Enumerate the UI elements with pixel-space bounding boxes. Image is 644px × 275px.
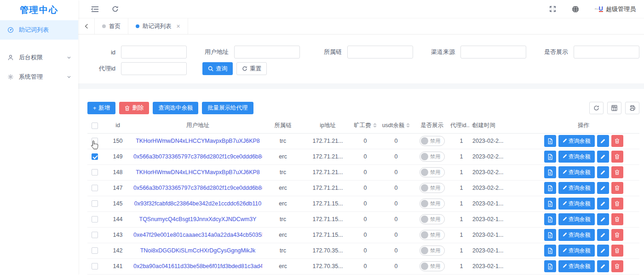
- detail-button[interactable]: [544, 245, 556, 257]
- display-toggle[interactable]: 禁用: [420, 152, 445, 162]
- display-toggle[interactable]: 禁用: [420, 230, 445, 240]
- batch-show-to-agent-button[interactable]: 批量展示给代理: [202, 102, 253, 114]
- detail-button[interactable]: [544, 213, 556, 225]
- query-balance-button[interactable]: 查询余额: [558, 213, 595, 225]
- delete-button[interactable]: 删除: [119, 102, 149, 114]
- cell-address-link[interactable]: 0x93f32fcabfd8c23864be342d2e1ccddc626db1…: [134, 200, 261, 207]
- row-checkbox[interactable]: [92, 263, 98, 269]
- cell-address-link[interactable]: 0x2ba90ac041611d33be58be6f01fd3bded81c3a…: [133, 263, 262, 269]
- display-toggle[interactable]: 禁用: [420, 261, 445, 271]
- language-globe-icon[interactable]: [572, 6, 579, 13]
- user-address-input[interactable]: [234, 46, 300, 59]
- agent-id-input[interactable]: [121, 62, 187, 75]
- row-checkbox[interactable]: [92, 169, 98, 176]
- select-all-checkbox[interactable]: [92, 123, 98, 129]
- detail-button[interactable]: [544, 198, 556, 210]
- query-selected-balance-button[interactable]: 查询选中余额: [153, 102, 198, 114]
- edit-button[interactable]: [597, 151, 609, 163]
- cell-address-link[interactable]: 0x566a3b0733365797c3786d2802f1c9ce0ddd6b…: [133, 153, 262, 160]
- row-checkbox[interactable]: [92, 153, 98, 160]
- query-balance-button[interactable]: 查询余额: [558, 229, 595, 241]
- sidebar-item-mnemonic-list[interactable]: 助记词列表: [0, 20, 78, 40]
- query-balance-button[interactable]: 查询余额: [558, 182, 595, 194]
- query-balance-button[interactable]: 查询余额: [558, 260, 595, 272]
- detail-button[interactable]: [544, 182, 556, 194]
- query-balance-button[interactable]: 查询余额: [558, 198, 595, 210]
- toggle-label: 禁用: [430, 153, 441, 160]
- row-checkbox[interactable]: [92, 138, 98, 144]
- filter-field-id: id: [81, 46, 194, 59]
- pencil-icon: [563, 247, 567, 254]
- query-balance-button[interactable]: 查询余额: [558, 135, 595, 147]
- sort-icon[interactable]: [373, 123, 377, 128]
- detail-button[interactable]: [544, 229, 556, 241]
- tab-mnemonic-list[interactable]: 助记词列表 ×: [128, 18, 188, 34]
- cell-address-link[interactable]: 0xe47f29e001e801caaaec314a0a22da434cb503…: [133, 232, 262, 238]
- cell-address-link[interactable]: TKHorHWmwDN4xLHCCYMavpxBpB7uXJ6KP8: [136, 169, 260, 176]
- row-checkbox[interactable]: [92, 232, 98, 238]
- tab-home[interactable]: 首页: [95, 18, 128, 34]
- add-button[interactable]: + 新增: [87, 102, 115, 114]
- pencil-icon: [563, 263, 567, 269]
- row-checkbox[interactable]: [92, 200, 98, 207]
- print-button[interactable]: [625, 102, 639, 114]
- row-checkbox[interactable]: [92, 185, 98, 191]
- row-delete-button[interactable]: [611, 245, 623, 257]
- sort-icon[interactable]: [406, 123, 410, 128]
- display-toggle[interactable]: 禁用: [420, 167, 445, 177]
- fullscreen-icon[interactable]: [549, 6, 556, 12]
- tabs-back-button[interactable]: [78, 18, 95, 34]
- reset-button[interactable]: 重置: [236, 62, 267, 75]
- table-refresh-button[interactable]: [589, 102, 604, 114]
- cell-address-link[interactable]: TKHorHWmwDN4xLHCCYMavpxBpB7uXJ6KP8: [136, 138, 260, 144]
- detail-button[interactable]: [544, 260, 556, 272]
- query-balance-button[interactable]: 查询余额: [558, 166, 595, 178]
- is-displayed-input[interactable]: [574, 46, 639, 59]
- row-delete-button[interactable]: [611, 229, 623, 241]
- row-delete-button[interactable]: [611, 260, 623, 272]
- tab-close-icon[interactable]: ×: [177, 23, 180, 29]
- cell-address-link[interactable]: TQSnumycQ4cBsgt19JnnxXdcyXJNDCwm3Y: [139, 216, 257, 222]
- detail-button[interactable]: [544, 135, 556, 147]
- pencil-icon: [563, 169, 567, 176]
- chain-input[interactable]: [347, 46, 413, 59]
- row-delete-button[interactable]: [611, 166, 623, 178]
- query-balance-button[interactable]: 查询余额: [558, 151, 595, 163]
- sidebar-item-backend-permissions[interactable]: 后台权限: [0, 48, 78, 67]
- refresh-icon[interactable]: [112, 6, 119, 12]
- collapse-menu-icon[interactable]: [91, 6, 99, 12]
- display-toggle[interactable]: 禁用: [420, 183, 445, 193]
- sidebar-item-system-management[interactable]: 系统管理: [0, 67, 78, 87]
- edit-button[interactable]: [597, 182, 609, 194]
- edit-button[interactable]: [597, 198, 609, 210]
- detail-button[interactable]: [544, 151, 556, 163]
- id-input[interactable]: [121, 46, 187, 59]
- edit-button[interactable]: [597, 166, 609, 178]
- query-button[interactable]: 查询: [202, 62, 233, 75]
- column-settings-button[interactable]: [607, 102, 621, 114]
- user-menu[interactable]: ᴾᴸᵁU 超级管理员: [595, 5, 636, 13]
- row-delete-button[interactable]: [611, 198, 623, 210]
- edit-button[interactable]: [597, 245, 609, 257]
- edit-button[interactable]: [597, 213, 609, 225]
- display-toggle[interactable]: 禁用: [420, 214, 445, 224]
- row-delete-button[interactable]: [611, 151, 623, 163]
- edit-button[interactable]: [597, 260, 609, 272]
- query-balance-button[interactable]: 查询余额: [558, 245, 595, 257]
- trash-icon: [615, 248, 620, 253]
- edit-button[interactable]: [597, 135, 609, 147]
- cell-created: 2023-02-2...: [472, 180, 528, 196]
- display-toggle[interactable]: 禁用: [420, 246, 445, 256]
- edit-button[interactable]: [597, 229, 609, 241]
- row-delete-button[interactable]: [611, 213, 623, 225]
- display-toggle[interactable]: 禁用: [420, 136, 445, 146]
- channel-source-input[interactable]: [460, 46, 526, 59]
- cell-address-link[interactable]: TNoi8xDGGDKiSLmCcHXrDgCysGgngMikJk: [140, 247, 256, 254]
- row-delete-button[interactable]: [611, 135, 623, 147]
- row-delete-button[interactable]: [611, 182, 623, 194]
- display-toggle[interactable]: 禁用: [420, 199, 445, 209]
- cell-address-link[interactable]: 0x566a3b0733365797c3786d2802f1c9ce0ddd6b…: [133, 185, 262, 191]
- row-checkbox[interactable]: [92, 247, 98, 254]
- row-checkbox[interactable]: [92, 216, 98, 222]
- detail-button[interactable]: [544, 166, 556, 178]
